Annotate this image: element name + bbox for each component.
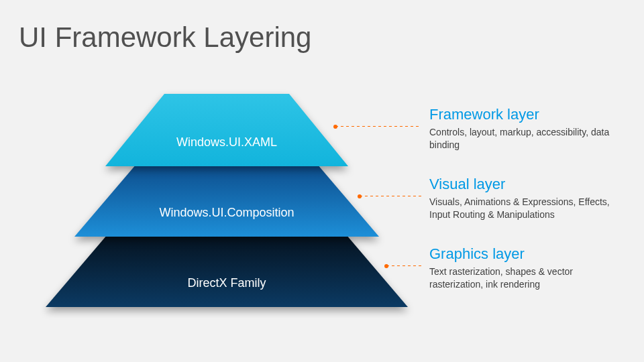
layer-graphics: DirectX Family — [46, 235, 408, 307]
callout-title: Visual layer — [429, 176, 624, 193]
connector-line — [360, 196, 421, 196]
layer-visual-label: Windows.UI.Composition — [159, 206, 294, 220]
svg-marker-0 — [46, 235, 408, 307]
layer-graphics-label: DirectX Family — [187, 276, 266, 290]
callout-desc: Text rasterization, shapes & vector rast… — [429, 265, 624, 291]
callout-desc: Visuals, Animations & Expressions, Effec… — [429, 196, 624, 221]
connector-line — [386, 265, 421, 266]
layer-framework-label: Windows.UI.XAML — [176, 135, 277, 149]
layer-pyramid: DirectX Family Windows.UI.Composition — [46, 94, 408, 322]
svg-marker-2 — [105, 94, 348, 166]
layer-framework: Windows.UI.XAML — [105, 94, 348, 166]
callout-title: Framework layer — [429, 106, 624, 123]
callout-title: Graphics layer — [429, 245, 624, 263]
callout-desc: Controls, layout, markup, accessibility,… — [429, 126, 624, 152]
callout-graphics: Graphics layer Text rasterization, shape… — [429, 245, 624, 291]
svg-marker-1 — [74, 164, 379, 237]
page-title: UI Framework Layering — [19, 21, 311, 54]
connector-line — [335, 126, 421, 127]
layer-visual: Windows.UI.Composition — [74, 164, 379, 237]
callout-visual: Visual layer Visuals, Animations & Expre… — [429, 176, 624, 221]
callout-framework: Framework layer Controls, layout, markup… — [429, 106, 624, 152]
